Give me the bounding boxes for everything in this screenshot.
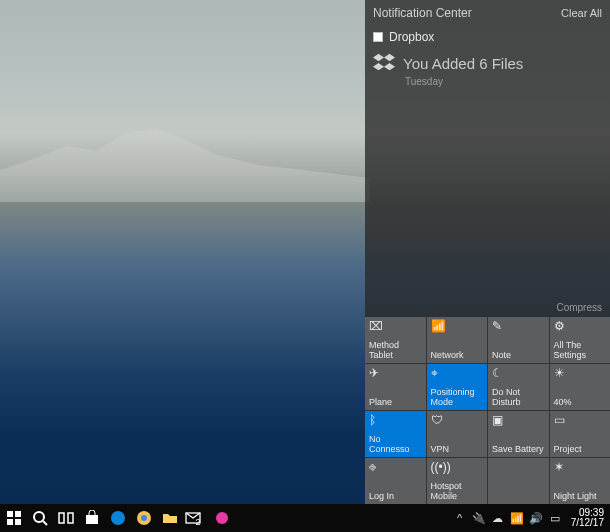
- quick-action-battery-saver-icon[interactable]: ▣Save Battery: [488, 411, 549, 457]
- wifi-icon[interactable]: 📶: [510, 511, 524, 525]
- moon-icon: ☾: [492, 367, 545, 381]
- action-center-panel: Notification Center Clear All Dropbox Yo…: [365, 0, 610, 504]
- taskbar: 2 ^🔌☁📶🔊▭ 09:39 7/12/17: [0, 504, 610, 532]
- tablet-mode-icon: ⌧: [369, 320, 422, 334]
- store-app[interactable]: [80, 506, 104, 530]
- desktop-wallpaper: Notification Center Clear All Dropbox Yo…: [0, 0, 610, 532]
- tile-label: Log In: [369, 492, 422, 501]
- project-icon: ▭: [554, 414, 607, 428]
- volume-icon[interactable]: 🔊: [529, 511, 543, 525]
- vpn-icon: 🛡: [431, 414, 484, 428]
- tile-label: Do Not Disturb: [492, 388, 545, 407]
- search-button[interactable]: [28, 506, 52, 530]
- svg-rect-2: [7, 519, 13, 525]
- note-icon: ✎: [492, 320, 545, 334]
- tile-label: Note: [492, 351, 545, 360]
- tile-label: Night Light: [554, 492, 607, 501]
- brightness-icon: ☀: [554, 367, 607, 381]
- connect-icon: ⎆: [369, 461, 422, 475]
- quick-action-moon-icon[interactable]: ☾Do Not Disturb: [488, 364, 549, 410]
- chrome-app[interactable]: [132, 506, 156, 530]
- collapse-tiles-button[interactable]: Compress: [365, 298, 610, 317]
- notification-app-name: Dropbox: [389, 30, 434, 44]
- quick-action-network-icon[interactable]: 📶Network: [427, 317, 488, 363]
- svg-rect-0: [7, 511, 13, 517]
- blank-tile: [492, 461, 545, 475]
- panel-title: Notification Center: [373, 6, 472, 20]
- svg-rect-3: [15, 519, 21, 525]
- tile-label: Network: [431, 351, 484, 360]
- notification-app-header[interactable]: Dropbox: [365, 26, 610, 46]
- quick-action-location-icon[interactable]: ⌖Positioning Mode: [427, 364, 488, 410]
- bluetooth-icon: ᛒ: [369, 414, 422, 428]
- notification-item[interactable]: You Added 6 Files: [365, 46, 610, 76]
- power-icon[interactable]: 🔌: [472, 511, 486, 525]
- quick-action-tablet-mode-icon[interactable]: ⌧Method Tablet: [365, 317, 426, 363]
- hotspot-icon: ((•)): [431, 461, 484, 475]
- notification-title: You Added 6 Files: [403, 55, 523, 72]
- quick-action-settings-icon[interactable]: ⚙All The Settings: [550, 317, 611, 363]
- quick-action-blank-tile[interactable]: [488, 458, 549, 504]
- settings-icon: ⚙: [554, 320, 607, 334]
- explorer-app[interactable]: [158, 506, 182, 530]
- tile-label: Project: [554, 445, 607, 454]
- battery-saver-icon: ▣: [492, 414, 545, 428]
- tile-label: All The Settings: [554, 341, 607, 360]
- quick-action-project-icon[interactable]: ▭Project: [550, 411, 611, 457]
- onedrive-icon[interactable]: ☁: [491, 511, 505, 525]
- svg-point-13: [216, 512, 228, 524]
- tile-label: VPN: [431, 445, 484, 454]
- tray-chevron-icon[interactable]: ^: [453, 511, 467, 525]
- tile-label: Hotspot Mobile: [431, 482, 484, 501]
- svg-point-9: [111, 511, 125, 525]
- quick-action-airplane-icon[interactable]: ✈Plane: [365, 364, 426, 410]
- mail-badge: 2: [195, 517, 200, 527]
- tile-label: 40%: [554, 398, 607, 407]
- dropbox-app-icon: [373, 32, 383, 42]
- taskbar-clock[interactable]: 09:39 7/12/17: [571, 508, 604, 528]
- app-pink[interactable]: [210, 506, 234, 530]
- quick-action-brightness-icon[interactable]: ☀40%: [550, 364, 611, 410]
- svg-line-5: [43, 521, 47, 525]
- quick-action-bluetooth-icon[interactable]: ᛒNo Connesso: [365, 411, 426, 457]
- dropbox-icon: [373, 52, 395, 74]
- svg-point-11: [141, 515, 147, 521]
- network-icon: 📶: [431, 320, 484, 334]
- task-view-button[interactable]: [54, 506, 78, 530]
- svg-rect-8: [86, 515, 98, 524]
- location-icon: ⌖: [431, 367, 484, 381]
- tile-label: Method Tablet: [369, 341, 422, 360]
- svg-rect-7: [68, 513, 73, 523]
- night-light-icon: ✶: [554, 461, 607, 475]
- quick-action-note-icon[interactable]: ✎Note: [488, 317, 549, 363]
- mail-app[interactable]: 2: [184, 506, 208, 530]
- clock-date: 7/12/17: [571, 518, 604, 528]
- clear-all-button[interactable]: Clear All: [561, 7, 602, 19]
- svg-rect-1: [15, 511, 21, 517]
- svg-point-4: [34, 512, 44, 522]
- quick-action-vpn-icon[interactable]: 🛡VPN: [427, 411, 488, 457]
- svg-rect-6: [59, 513, 64, 523]
- start-button[interactable]: [2, 506, 26, 530]
- tile-label: Save Battery: [492, 445, 545, 454]
- edge-app[interactable]: [106, 506, 130, 530]
- quick-action-night-light-icon[interactable]: ✶Night Light: [550, 458, 611, 504]
- quick-actions-grid: ⌧Method Tablet📶Network✎Note⚙All The Sett…: [365, 317, 610, 504]
- tile-label: No Connesso: [369, 435, 422, 454]
- airplane-icon: ✈: [369, 367, 422, 381]
- notification-subtitle: Tuesday: [365, 76, 610, 95]
- tile-label: Positioning Mode: [431, 388, 484, 407]
- quick-action-connect-icon[interactable]: ⎆Log In: [365, 458, 426, 504]
- action-center-icon[interactable]: ▭: [548, 511, 562, 525]
- quick-action-hotspot-icon[interactable]: ((•))Hotspot Mobile: [427, 458, 488, 504]
- tile-label: Plane: [369, 398, 422, 407]
